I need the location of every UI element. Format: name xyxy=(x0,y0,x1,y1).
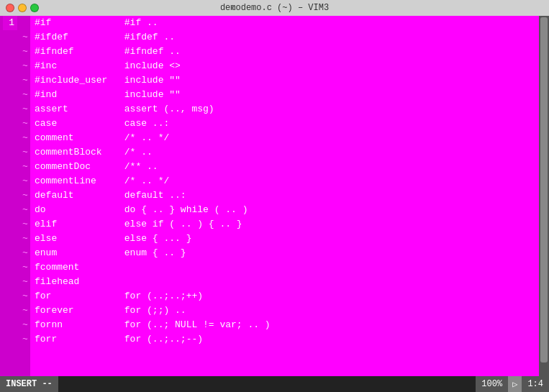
tilde-marker: ~ xyxy=(20,275,30,289)
tilde-marker: ~ xyxy=(20,102,30,117)
code-line: commentBlock /* .. xyxy=(35,145,539,160)
file-type-icon: c xyxy=(232,4,237,12)
code-line: assert assert (.., msg) xyxy=(35,102,539,117)
flag-icon: ▷ xyxy=(508,376,522,392)
code-line: default default ..: xyxy=(35,188,539,203)
editor-main[interactable]: 1 ~~~~~~~~~~~~~~~~~~~~~~ #if #if ..#ifde… xyxy=(0,16,539,376)
line-number xyxy=(3,246,17,260)
line-number xyxy=(3,174,17,188)
tilde-marker: ~ xyxy=(20,45,30,59)
code-line: #ind include "" xyxy=(35,88,539,102)
tilde-marker: ~ xyxy=(20,318,30,332)
close-button[interactable] xyxy=(6,4,14,12)
line-numbers: 1 xyxy=(0,16,20,376)
line-number xyxy=(3,232,17,246)
tilde-marker: ~ xyxy=(20,174,30,188)
minimize-button[interactable] xyxy=(18,4,27,12)
line-number xyxy=(3,45,17,59)
line-number xyxy=(3,332,17,347)
status-right: 100% ▷ 1:4 xyxy=(476,376,549,392)
line-number xyxy=(3,289,17,304)
code-line: commentLine /* .. */ xyxy=(35,174,539,188)
tilde-marker: ~ xyxy=(20,217,30,232)
scroll-percent: 100% xyxy=(476,376,508,392)
line-number xyxy=(3,318,17,332)
line-number xyxy=(3,203,17,217)
tilde-marker: ~ xyxy=(20,160,30,174)
tilde-marker: ~ xyxy=(20,246,30,260)
tilde-marker: ~ xyxy=(20,203,30,217)
tilde-marker: ~ xyxy=(20,232,30,246)
tilde-marker: ~ xyxy=(20,332,30,347)
tilde-marker: ~ xyxy=(20,145,30,160)
cursor-position: 1:4 xyxy=(522,376,549,392)
line-number xyxy=(3,30,17,45)
line-number xyxy=(3,145,17,160)
line-number xyxy=(3,160,17,174)
tilde-marker: ~ xyxy=(20,304,30,318)
code-line: do do { .. } while ( .. ) xyxy=(35,203,539,217)
tilde-gutter: ~~~~~~~~~~~~~~~~~~~~~~ xyxy=(20,16,30,376)
code-line: #inc include <> xyxy=(35,59,539,73)
line-number xyxy=(3,73,17,88)
tilde-marker: ~ xyxy=(20,88,30,102)
code-line: #ifdef #ifdef .. xyxy=(35,30,539,45)
line-number xyxy=(3,59,17,73)
line-number xyxy=(3,260,17,275)
line-number: 1 xyxy=(3,16,17,30)
code-line: #include_user include "" xyxy=(35,73,539,88)
code-line: elif else if ( .. ) { .. } xyxy=(35,217,539,232)
code-line: for for (..;..;++) xyxy=(35,289,539,304)
window-title: demodemo.c (~) – VIM3 xyxy=(220,3,329,13)
code-line: fornn for (..; NULL != var; .. ) xyxy=(35,318,539,332)
code-line: else else { ... } xyxy=(35,232,539,246)
tilde-marker: ~ xyxy=(20,260,30,275)
maximize-button[interactable] xyxy=(30,4,39,12)
code-line: forr for (..;..;--) xyxy=(35,332,539,347)
code-line: case case ..: xyxy=(35,117,539,131)
tilde-marker xyxy=(20,16,30,30)
code-line: enum enum { .. } xyxy=(35,246,539,260)
line-number xyxy=(3,131,17,145)
tilde-marker: ~ xyxy=(20,188,30,203)
editor-content: 1 ~~~~~~~~~~~~~~~~~~~~~~ #if #if ..#ifde… xyxy=(0,16,539,376)
code-line: #ifndef #ifndef .. xyxy=(35,45,539,59)
tilde-marker: ~ xyxy=(20,73,30,88)
code-line: #if #if .. xyxy=(35,16,539,30)
line-number xyxy=(3,88,17,102)
line-number xyxy=(3,102,17,117)
line-number xyxy=(3,188,17,203)
insert-mode-indicator: INSERT -- xyxy=(0,376,58,392)
line-number xyxy=(3,217,17,232)
titlebar: c demodemo.c (~) – VIM3 xyxy=(0,0,549,16)
tilde-marker: ~ xyxy=(20,131,30,145)
tilde-marker: ~ xyxy=(20,117,30,131)
line-number xyxy=(3,275,17,289)
window-controls[interactable] xyxy=(6,4,39,12)
code-line: forever for (;;) .. xyxy=(35,304,539,318)
code-line: filehead xyxy=(35,275,539,289)
tilde-marker: ~ xyxy=(20,59,30,73)
code-line: comment /* .. */ xyxy=(35,131,539,145)
tilde-marker: ~ xyxy=(20,289,30,304)
code-line: commentDoc /** .. xyxy=(35,160,539,174)
line-number xyxy=(3,117,17,131)
scrollbar[interactable] xyxy=(539,16,549,376)
editor-container: 1 ~~~~~~~~~~~~~~~~~~~~~~ #if #if ..#ifde… xyxy=(0,16,549,376)
scrollbar-thumb[interactable] xyxy=(540,17,548,363)
statusbar: INSERT -- 100% ▷ 1:4 xyxy=(0,376,549,392)
code-area[interactable]: #if #if ..#ifdef #ifdef ..#ifndef #ifnde… xyxy=(30,16,539,376)
line-number xyxy=(3,304,17,318)
tilde-marker: ~ xyxy=(20,30,30,45)
code-line: fcomment xyxy=(35,260,539,275)
